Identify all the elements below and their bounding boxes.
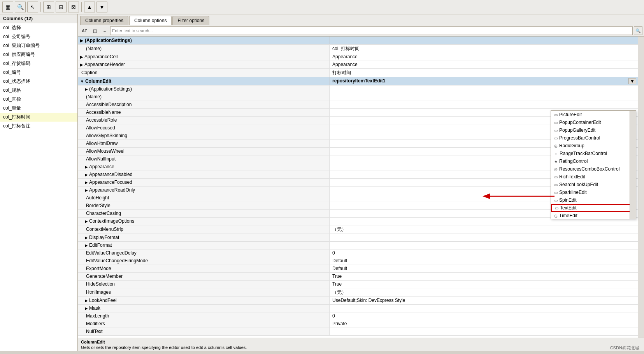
expand-icon[interactable]: ▶ bbox=[85, 180, 88, 185]
dropdown-toggle[interactable]: ▼ bbox=[628, 78, 636, 84]
column-list-item[interactable]: col_编号 bbox=[0, 68, 77, 77]
prop-value-cell[interactable] bbox=[330, 241, 638, 249]
tab-filter-options[interactable]: Filter options bbox=[172, 16, 209, 25]
col-layout-button[interactable]: ⊞ bbox=[43, 2, 54, 12]
tab-column-options[interactable]: Column options bbox=[129, 16, 172, 25]
dropdown-item[interactable]: ★ RatingControl bbox=[551, 157, 636, 165]
table-row[interactable]: MaxLength 0 bbox=[78, 312, 638, 320]
table-row[interactable]: ▶(ApplicationSettings) bbox=[78, 85, 638, 93]
prop-value-cell[interactable]: repositoryItemTextEdit1 ▼ bbox=[330, 77, 638, 85]
expand-icon[interactable]: ▶ bbox=[85, 298, 88, 303]
table-row[interactable]: ▶Mask bbox=[78, 304, 638, 312]
table-row[interactable]: ExportMode Default bbox=[78, 265, 638, 272]
prop-value-cell[interactable] bbox=[330, 93, 638, 101]
table-row[interactable]: ▶LookAndFeel UseDefault;Skin: DevExpress… bbox=[78, 296, 638, 304]
table-row[interactable]: ▶AppearanceHeader Appearance bbox=[78, 61, 638, 68]
cursor-button[interactable]: ↖ bbox=[27, 2, 38, 12]
prop-value-cell[interactable]: （无） bbox=[330, 288, 638, 296]
column-list-item[interactable]: col_规格 bbox=[0, 86, 77, 95]
col-options-button[interactable]: ⊟ bbox=[56, 2, 67, 12]
prop-value-cell[interactable]: True bbox=[330, 280, 638, 288]
table-row[interactable]: ContextMenuStrip （无） bbox=[78, 225, 638, 234]
expand-icon[interactable]: ▶ bbox=[85, 243, 88, 248]
prop-value-cell[interactable] bbox=[330, 234, 638, 241]
dropdown-item[interactable]: ▭ SearchLookUpEdit bbox=[551, 181, 636, 188]
table-row[interactable]: Modifiers Private bbox=[78, 320, 638, 328]
categorize-button[interactable]: ◫ bbox=[91, 26, 99, 35]
expand-icon[interactable]: ▶ bbox=[80, 55, 83, 59]
grid-button[interactable]: ▦ bbox=[2, 2, 13, 12]
expand-icon[interactable]: ▶ bbox=[85, 219, 88, 223]
props-list-button[interactable]: ≡ bbox=[100, 26, 109, 35]
dropdown-item[interactable]: ◎ ResourcesComboBoxControl bbox=[551, 165, 636, 173]
table-row[interactable]: EditValueChangedDelay 0 bbox=[78, 249, 638, 257]
prop-value-cell[interactable]: Default bbox=[330, 257, 638, 265]
dropdown-item[interactable]: ▭ PopupContainerEdit bbox=[551, 119, 636, 126]
prop-value-cell[interactable]: Private bbox=[330, 320, 638, 328]
dropdown-item[interactable]: ▭ TextEdit bbox=[551, 204, 636, 212]
table-row[interactable]: Caption 打标时间 bbox=[78, 68, 638, 77]
expand-icon[interactable]: ▶ bbox=[80, 63, 83, 67]
col-filter-button[interactable]: ⊠ bbox=[68, 2, 79, 12]
column-list-item[interactable]: col_打标备注 bbox=[0, 122, 77, 131]
table-row[interactable]: HideSelection True bbox=[78, 280, 638, 288]
dropdown-item[interactable]: ▭ RichTextEdit bbox=[551, 173, 636, 181]
table-row[interactable]: AccessibleDescription bbox=[78, 101, 638, 108]
expand-icon[interactable]: ▶ bbox=[85, 165, 88, 169]
column-list-item[interactable]: col_直径 bbox=[0, 95, 77, 104]
column-list-item[interactable]: col_打标时间 bbox=[0, 113, 77, 122]
column-edit-dropdown[interactable]: ▭ PictureEdit▭ PopupContainerEdit▭ Popup… bbox=[551, 110, 636, 219]
table-row[interactable]: HtmlImages （无） bbox=[78, 288, 638, 296]
props-scrollbar[interactable] bbox=[638, 37, 644, 338]
prop-value-cell[interactable]: True bbox=[330, 272, 638, 280]
prop-value-cell[interactable]: Appearance bbox=[330, 53, 638, 61]
prop-value-cell[interactable]: 0 bbox=[330, 312, 638, 320]
dropdown-item[interactable]: ▭ SpinEdit bbox=[551, 196, 636, 204]
prop-value-cell[interactable]: 0 bbox=[330, 249, 638, 257]
prop-value-cell[interactable]: Appearance bbox=[330, 61, 638, 68]
prop-value-cell[interactable]: UseDefault;Skin: DevExpress Style bbox=[330, 296, 638, 304]
dropdown-item[interactable]: ▭ SparklineEdit bbox=[551, 188, 636, 196]
prop-value-cell[interactable] bbox=[330, 85, 638, 93]
column-list-item[interactable]: col_状态描述 bbox=[0, 77, 77, 86]
prop-search-button[interactable]: 🔍 bbox=[634, 26, 642, 35]
dropdown-item[interactable]: ↔ RangeTrackBarControl bbox=[551, 150, 636, 157]
dropdown-item[interactable]: ▭ ProgressBarControl bbox=[551, 134, 636, 142]
up-button[interactable]: ▲ bbox=[84, 2, 95, 12]
column-list-item[interactable]: col_公司编号 bbox=[0, 32, 77, 41]
prop-value-cell[interactable] bbox=[330, 101, 638, 108]
expand-icon[interactable]: ▶ bbox=[85, 173, 88, 177]
dropdown-scrollbar[interactable] bbox=[630, 111, 636, 219]
prop-value-cell[interactable] bbox=[330, 304, 638, 312]
table-row[interactable]: ▶EditFormat bbox=[78, 241, 638, 249]
column-list-item[interactable]: col_采购订单编号 bbox=[0, 41, 77, 50]
dropdown-item[interactable]: ▭ PopupGalleryEdit bbox=[551, 126, 636, 134]
dropdown-item[interactable]: ◷ TimeEdit bbox=[551, 212, 636, 219]
sort-alpha-button[interactable]: AZ bbox=[79, 26, 89, 35]
table-row[interactable]: (Name) bbox=[78, 93, 638, 101]
expand-icon[interactable]: ▼ bbox=[80, 79, 84, 84]
prop-value-cell[interactable]: 打标时间 bbox=[330, 68, 638, 77]
dropdown-item[interactable]: ◎ RadioGroup bbox=[551, 142, 636, 150]
expand-icon[interactable]: ▶ bbox=[85, 87, 88, 91]
prop-value-cell[interactable] bbox=[330, 328, 638, 335]
table-row[interactable]: ▼ColumnEdit repositoryItemTextEdit1 ▼ bbox=[78, 77, 638, 85]
prop-value-cell[interactable]: col_打标时间 bbox=[330, 44, 638, 53]
table-row[interactable]: NullText bbox=[78, 328, 638, 335]
prop-search-input[interactable] bbox=[110, 26, 633, 35]
prop-value-cell[interactable]: Default bbox=[330, 265, 638, 272]
table-row[interactable]: (Name) col_打标时间 bbox=[78, 44, 638, 53]
down-button[interactable]: ▼ bbox=[97, 2, 107, 12]
column-list-item[interactable]: col_重量 bbox=[0, 104, 77, 113]
prop-value-cell[interactable]: （无） bbox=[330, 225, 638, 234]
tab-column-properties[interactable]: Column properties bbox=[80, 16, 128, 25]
column-list-item[interactable]: col_供应商编号 bbox=[0, 50, 77, 59]
search-button[interactable]: 🔍 bbox=[15, 2, 26, 12]
expand-icon[interactable]: ▶ bbox=[85, 306, 88, 310]
table-row[interactable]: ▶AppearanceCell Appearance bbox=[78, 53, 638, 61]
dropdown-item[interactable]: ▭ PictureEdit bbox=[551, 111, 636, 119]
expand-icon[interactable]: ▶ bbox=[85, 235, 88, 240]
table-row[interactable]: EditValueChangedFiringMode Default bbox=[78, 257, 638, 265]
column-list-item[interactable]: col_存货编码 bbox=[0, 59, 77, 68]
expand-icon[interactable]: ▶ bbox=[85, 188, 88, 192]
